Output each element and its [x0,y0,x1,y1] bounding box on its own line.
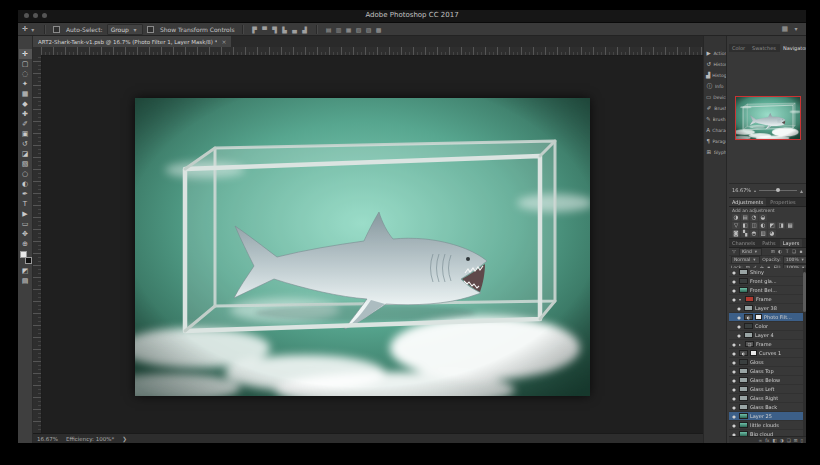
visibility-eye-icon[interactable]: ● [731,387,737,392]
layer-row[interactable]: ●Front gla... [729,277,806,286]
distribute-left-icon[interactable]: ▧ [355,26,363,33]
layer-row[interactable]: ●Layer 38 [729,304,806,313]
navigator-zoom-value[interactable]: 16.67% [732,187,751,193]
canvas-image[interactable] [135,98,590,396]
panel-button-character[interactable]: ACharacter [704,125,726,135]
group-arrow-icon[interactable]: ▾ [739,297,743,302]
adjustment-brightness-contrast-icon[interactable]: ◑ [732,214,740,221]
layer-row[interactable]: ●▾Frame [729,295,806,304]
visibility-eye-icon[interactable]: ● [731,270,737,275]
navigator-thumbnail[interactable] [736,97,800,139]
document-tab[interactable]: ART2-Shark-Tank-v1.psb @ 16.7% (Photo Fi… [33,36,231,47]
adjustment-black-white-icon[interactable]: ◐ [759,222,767,229]
tool-hand-icon[interactable]: ✥ [19,229,32,239]
adjustment-color-balance-icon[interactable]: ◫ [750,222,758,229]
align-center-v-icon[interactable]: ▄ [291,26,299,33]
visibility-eye-icon[interactable]: ● [731,423,737,428]
visibility-eye-icon[interactable]: ● [731,396,737,401]
group-icon[interactable]: ❏ [787,438,791,443]
visibility-eye-icon[interactable]: ● [731,378,737,383]
zoom-slider[interactable] [759,190,797,191]
tab-properties[interactable]: Properties [767,198,798,206]
layer-row[interactable]: ●Color [729,322,806,331]
visibility-eye-icon[interactable]: ● [731,297,737,302]
tab-adjustments[interactable]: Adjustments [729,198,766,206]
layer-row[interactable]: ●Glass Right [729,394,806,403]
layer-row[interactable]: ●Glass Left [729,385,806,394]
visibility-eye-icon[interactable]: ● [736,324,742,329]
adjustment-invert-icon[interactable]: ◙ [732,230,740,237]
adjustment-posterize-icon[interactable]: ▚ [741,230,749,237]
background-color[interactable] [25,257,32,264]
align-top-icon[interactable]: ▙ [281,26,289,33]
panel-button-actions[interactable]: ▶Actions [704,48,726,58]
adjustment-color-lookup-icon[interactable]: ▦ [786,222,794,229]
vertical-ruler[interactable] [33,55,42,434]
visibility-eye-icon[interactable]: ● [731,279,737,284]
color-swatches[interactable] [19,251,32,264]
visibility-eye-icon[interactable]: ● [731,288,737,293]
panel-button-device-preview[interactable]: ▭Device P... [704,92,726,102]
workspace-icon[interactable]: ▦ [781,25,788,33]
tool-lasso-icon[interactable]: ◌ [19,69,32,79]
layer-row[interactable]: ●◐Photo Filt... [729,313,806,322]
visibility-eye-icon[interactable]: ● [736,315,742,320]
distribute-center-v-icon[interactable]: ▥ [335,26,343,33]
visibility-eye-icon[interactable]: ● [731,369,737,374]
tool-dodge-icon[interactable]: ◐ [19,179,32,189]
zoom-out-icon[interactable]: ▴ [754,188,756,193]
layer-row[interactable]: ●Layer 4 [729,331,806,340]
tab-swatches[interactable]: Swatches [749,44,779,52]
tool-clone-stamp-icon[interactable]: ▣ [19,129,32,139]
zoom-slider-handle[interactable] [776,188,780,192]
layer-filter-dropdown[interactable]: Kind▾ [739,248,762,256]
tool-brush-icon[interactable]: ✐ [19,119,32,129]
layer-row[interactable]: ●Shiny [729,268,806,277]
layers-scrollbar[interactable] [803,268,806,438]
visibility-eye-icon[interactable]: ● [731,351,737,356]
adjustment-threshold-icon[interactable]: ◓ [750,230,758,237]
panel-button-glyphs[interactable]: ⊞Glyphs [704,147,726,157]
layer-row[interactable]: ●Glass Top [729,367,806,376]
filter-adjustment-icon[interactable]: ◐ [777,249,783,254]
scrollbar-thumb[interactable] [803,272,806,312]
visibility-eye-icon[interactable]: ● [736,306,742,311]
tab-layers[interactable]: Layers [780,239,803,247]
tool-healing-brush-icon[interactable]: ✚ [19,109,32,119]
foreground-color[interactable] [20,251,27,258]
horizontal-ruler[interactable] [41,47,703,56]
adjustment-photo-filter-icon[interactable]: ◩ [768,222,776,229]
visibility-eye-icon[interactable]: ● [736,333,742,338]
layer-row[interactable]: ●◐Curves 1 [729,349,806,358]
show-transform-checkbox[interactable] [147,26,154,33]
tab-navigator[interactable]: Navigator [780,44,806,52]
tool-shape-icon[interactable]: ▭ [19,219,32,229]
fx-icon[interactable]: fx [765,438,769,443]
tab-color[interactable]: Color [729,44,748,52]
opacity-dropdown[interactable]: 100%▾ [783,256,806,264]
visibility-eye-icon[interactable]: ● [731,360,737,365]
panel-button-brush[interactable]: ✐Brush [704,103,726,113]
distribute-top-icon[interactable]: ▤ [325,26,333,33]
filter-shape-icon[interactable]: ❏ [791,249,797,254]
group-arrow-icon[interactable]: ▸ [739,342,743,347]
align-center-h-icon[interactable]: ▀ [261,26,269,33]
chevron-down-icon[interactable]: ▾ [792,25,800,33]
layer-row[interactable]: ●▸❏Frame [729,340,806,349]
adjustment-levels-icon[interactable]: ▤ [741,214,749,221]
layer-row[interactable]: ●Gloss [729,358,806,367]
layer-row[interactable]: ●Layer 25 [729,412,806,421]
auto-select-dropdown[interactable]: Group▾ [107,24,143,35]
filter-smart-icon[interactable]: ▪ [798,249,804,254]
close-tab-icon[interactable]: × [221,38,226,45]
layer-row[interactable]: ●Glass Below [729,376,806,385]
visibility-eye-icon[interactable]: ● [731,342,737,347]
distribute-bottom-icon[interactable]: ▦ [345,26,353,33]
tool-path-selection-icon[interactable]: ▶ [19,209,32,219]
layer-row[interactable]: ●Glass Back [729,403,806,412]
adjustment-vibrance-icon[interactable]: ▽ [732,222,740,229]
tool-pen-icon[interactable]: ✒ [19,189,32,199]
visibility-eye-icon[interactable]: ● [731,414,737,419]
new-layer-icon[interactable]: ⊞ [794,438,798,443]
status-zoom[interactable]: 16.67% [37,436,58,442]
